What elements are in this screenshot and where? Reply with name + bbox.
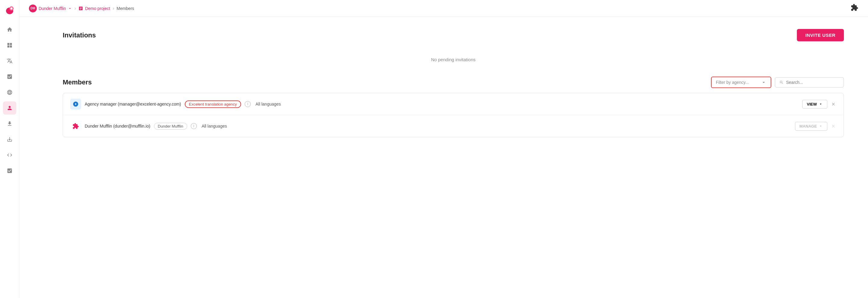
members-title: Members — [63, 79, 92, 86]
sidebar-item-dashboard[interactable] — [3, 39, 16, 52]
sidebar-item-home[interactable] — [3, 23, 16, 36]
sidebar — [0, 0, 19, 298]
role-dropdown-icon-1 — [818, 102, 823, 106]
invite-user-button[interactable]: INVITE USER — [797, 29, 844, 41]
sidebar-item-export[interactable] — [3, 133, 16, 146]
invitations-header: Invitations INVITE USER — [63, 29, 844, 41]
sidebar-item-activity[interactable] — [3, 164, 16, 177]
org-name: Dunder Mufflin — [38, 6, 66, 11]
sidebar-item-members[interactable] — [3, 101, 16, 115]
member-avatar-1 — [70, 99, 81, 110]
table-row: Agency manager (manager@excelent-agency.… — [63, 93, 844, 115]
breadcrumb-org[interactable]: DM Dunder Mufflin — [29, 4, 72, 12]
members-section: Members Filter by agency... Agency manag… — [63, 77, 844, 137]
svg-point-2 — [10, 7, 12, 10]
member-languages-2: All languages — [202, 124, 227, 128]
member-actions-1: VIEW × — [802, 99, 836, 109]
org-dropdown-icon — [68, 6, 72, 10]
member-role-button-2: MANAGE — [795, 122, 828, 130]
project-icon — [79, 6, 83, 11]
breadcrumb-project[interactable]: Demo project — [79, 6, 110, 11]
table-row: Dunder Mufflin (dunder@mufflin.io) Dunde… — [63, 115, 844, 137]
logo — [0, 5, 19, 16]
member-agency-tag-1: Excelent translation agency — [185, 100, 241, 108]
member-avatar-2 — [70, 121, 81, 131]
member-remove-button-1[interactable]: × — [830, 99, 836, 109]
member-name-1: Agency manager (manager@excelent-agency.… — [85, 102, 181, 107]
sidebar-item-translations[interactable] — [3, 54, 16, 67]
search-box — [775, 77, 844, 87]
role-dropdown-icon-2 — [818, 124, 823, 128]
sidebar-item-developer[interactable] — [3, 148, 16, 162]
topbar: DM Dunder Mufflin › Demo project › Membe… — [19, 0, 868, 17]
member-actions-2: MANAGE × — [795, 122, 836, 131]
search-input[interactable] — [786, 80, 839, 85]
breadcrumb-current: Members — [117, 6, 134, 11]
main-content: Invitations INVITE USER No pending invit… — [38, 17, 868, 298]
filter-agency-placeholder: Filter by agency... — [716, 80, 749, 85]
members-list: Agency manager (manager@excelent-agency.… — [63, 93, 844, 137]
breadcrumb: DM Dunder Mufflin › Demo project › Membe… — [29, 4, 134, 12]
breadcrumb-sep-1: › — [74, 6, 76, 11]
sidebar-item-languages[interactable] — [3, 86, 16, 99]
members-filters: Filter by agency... — [711, 77, 844, 88]
sidebar-item-import[interactable] — [3, 117, 16, 130]
breadcrumb-sep-2: › — [113, 6, 114, 11]
sidebar-item-tasks[interactable] — [3, 70, 16, 83]
filter-agency-dropdown[interactable]: Filter by agency... — [711, 77, 771, 88]
member-info-icon-2[interactable]: i — [191, 123, 197, 129]
member-role-button-1[interactable]: VIEW — [802, 100, 827, 109]
member-remove-button-2: × — [830, 122, 836, 131]
invitations-title: Invitations — [63, 31, 96, 39]
org-avatar: DM — [29, 4, 37, 12]
members-header: Members Filter by agency... — [63, 77, 844, 88]
no-invitations-message: No pending invitations — [63, 47, 844, 77]
member-name-2: Dunder Mufflin (dunder@mufflin.io) — [85, 124, 150, 128]
member-tag-2: Dunder Mufflin — [154, 123, 187, 130]
member-info-icon-1[interactable]: i — [245, 101, 251, 107]
filter-dropdown-icon — [761, 80, 767, 85]
member-languages-1: All languages — [255, 102, 281, 107]
search-icon — [779, 80, 784, 85]
topbar-right — [850, 4, 858, 13]
extensions-icon[interactable] — [850, 4, 858, 13]
project-name: Demo project — [85, 6, 110, 11]
